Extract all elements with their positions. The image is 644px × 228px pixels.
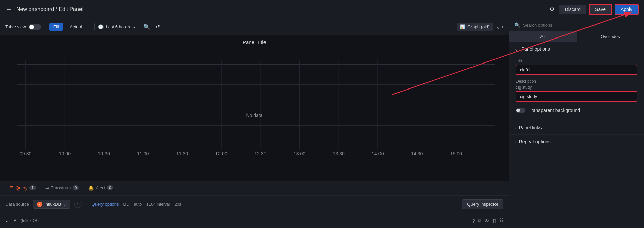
refresh-icon: ↺ [156, 24, 160, 30]
panel-links-label: Panel links [519, 125, 542, 130]
query-tab-icon: ☰ [9, 185, 14, 191]
viz-prev-button[interactable]: ⌄ [496, 24, 500, 30]
panel-options-title: Panel options [521, 46, 550, 52]
alert-tab-icon: 🔔 [88, 185, 94, 191]
table-view-toggle: Table view [5, 24, 41, 30]
query-drag-handle[interactable]: ⠿ [500, 218, 503, 224]
chevron-down-icon: ⌄ [132, 24, 136, 29]
query-help-button[interactable]: ? [472, 218, 475, 224]
svg-text:10:30: 10:30 [98, 151, 110, 156]
divider2 [90, 23, 90, 31]
settings-button[interactable]: ⚙ [547, 4, 557, 15]
topbar-right: ⚙ Discard Save Apply [547, 4, 639, 15]
panel-options-header[interactable]: ⌄ Panel options [509, 42, 644, 56]
query-tab-badge: 1 [29, 185, 36, 190]
apply-button[interactable]: Apply [615, 4, 639, 15]
zoom-button[interactable]: 🔍 [142, 22, 152, 31]
svg-text:11:00: 11:00 [137, 151, 149, 156]
options-tabs: All Overrides [509, 31, 644, 42]
datasource-select[interactable]: i InfluxDB ⌄ [33, 200, 70, 209]
title-input[interactable] [516, 65, 637, 75]
query-sublabel: (InfluxDB) [21, 218, 39, 223]
query-options-meta: MD = auto = 1104 Interval = 20s [123, 202, 181, 207]
transparent-bg-toggle[interactable] [516, 108, 525, 113]
datasource-chevron: ⌄ [63, 202, 67, 207]
transparent-bg-label: Transparent background [529, 108, 580, 113]
svg-text:14:30: 14:30 [411, 151, 423, 156]
zoom-icon: 🔍 [143, 24, 150, 30]
viz-next-button[interactable]: › [502, 24, 503, 30]
transparent-bg-row: Transparent background [516, 106, 637, 115]
graph-icon: 📊 [460, 24, 465, 29]
description-input[interactable] [516, 91, 637, 102]
svg-text:12:30: 12:30 [254, 151, 266, 156]
query-options-arrow: › [86, 202, 87, 207]
topbar: ← New dashboard / Edit Panel ⚙ Discard S… [0, 0, 644, 19]
table-view-switch[interactable] [29, 24, 41, 30]
svg-text:12:00: 12:00 [215, 151, 227, 156]
actual-button[interactable]: Actual [66, 23, 86, 31]
viz-type-button[interactable]: 📊 Graph (old) [457, 23, 493, 31]
refresh-button[interactable]: ↺ [154, 22, 161, 31]
back-button[interactable]: ← [5, 5, 12, 13]
query-bar: Data source i InfluxDB ⌄ ? › Query optio… [0, 196, 509, 213]
gear-icon: ⚙ [549, 6, 555, 13]
table-view-label: Table view [5, 24, 26, 29]
query-eye-button[interactable]: 👁 [484, 218, 489, 224]
query-collapse-button[interactable]: ⌄ [5, 218, 9, 223]
panel-options-collapse-icon: ⌄ [514, 46, 519, 52]
viz-toolbar: Table view Fill Actual 🕐 Last 6 hours ⌄ … [0, 19, 509, 35]
chart-svg: 1 0.500 0 -0.50 -1 09:30 10:00 10:30 11:… [17, 49, 495, 171]
query-inspector-button[interactable]: Query inspector [462, 199, 503, 209]
query-copy-button[interactable]: ⧉ [478, 218, 481, 224]
search-input[interactable] [523, 23, 639, 28]
transform-tab-icon: ⇄ [45, 185, 49, 191]
description-field-label: Description [516, 79, 637, 84]
repeat-options-label: Repeat options [519, 139, 551, 144]
search-icon: 🔍 [514, 22, 520, 28]
svg-text:10:00: 10:00 [59, 151, 71, 156]
transform-tab-badge: 0 [73, 185, 79, 190]
query-row: ⌄ A (InfluxDB) ? ⧉ 👁 🗑 ⠿ [0, 213, 509, 228]
repeat-options-section[interactable]: › Repeat options [509, 135, 644, 148]
query-delete-button[interactable]: 🗑 [492, 218, 497, 224]
transform-tab-label: Transform [51, 185, 71, 191]
info-icon: ? [77, 202, 79, 207]
tab-query[interactable]: ☰ Query 1 [5, 183, 40, 193]
panel-options-content: Title Description cig study Transparent … [509, 56, 644, 121]
panel-links-section[interactable]: › Panel links [509, 121, 644, 135]
fill-button[interactable]: Fill [49, 23, 63, 31]
panel-links-collapse-icon: › [514, 125, 516, 130]
time-range-label: Last 6 hours [106, 24, 130, 29]
clock-icon: 🕐 [98, 24, 104, 29]
svg-text:13:00: 13:00 [294, 151, 305, 156]
datasource-label: Data source [5, 202, 29, 207]
svg-text:09:30: 09:30 [20, 151, 31, 156]
svg-text:11:30: 11:30 [176, 151, 188, 156]
chart-container: No data 1 0.500 0 -0.50 -1 09:30 [0, 49, 509, 181]
influxdb-icon: i [37, 202, 42, 207]
alert-tab-badge: 0 [107, 185, 113, 190]
topbar-left: ← New dashboard / Edit Panel [5, 5, 547, 13]
datasource-name: InfluxDB [44, 202, 61, 207]
search-options-bar: 🔍 [509, 19, 644, 31]
viz-type-label: Graph (old) [467, 24, 490, 29]
right-panel: 🔍 All Overrides ⌄ Panel options Title De… [509, 19, 644, 228]
tab-alert[interactable]: 🔔 Alert 0 [84, 183, 117, 193]
datasource-info-button[interactable]: ? [74, 201, 82, 208]
description-hint: cig study [516, 85, 637, 90]
query-options-label[interactable]: Query options [92, 202, 119, 207]
svg-text:15:00: 15:00 [450, 151, 462, 156]
svg-text:13:30: 13:30 [333, 151, 345, 156]
divider [45, 23, 45, 31]
discard-button[interactable]: Discard [559, 5, 586, 14]
tab-transform[interactable]: ⇄ Transform 0 [41, 183, 83, 193]
tab-all[interactable]: All [509, 31, 577, 42]
tab-overrides[interactable]: Overrides [577, 31, 644, 42]
alert-tab-label: Alert [96, 185, 105, 191]
query-row-actions: ? ⧉ 👁 🗑 ⠿ [472, 218, 503, 224]
save-button[interactable]: Save [589, 4, 612, 15]
repeat-options-collapse-icon: › [514, 139, 516, 144]
query-tabs: ☰ Query 1 ⇄ Transform 0 🔔 Alert 0 [0, 181, 509, 196]
time-range-button[interactable]: 🕐 Last 6 hours ⌄ [94, 23, 139, 31]
